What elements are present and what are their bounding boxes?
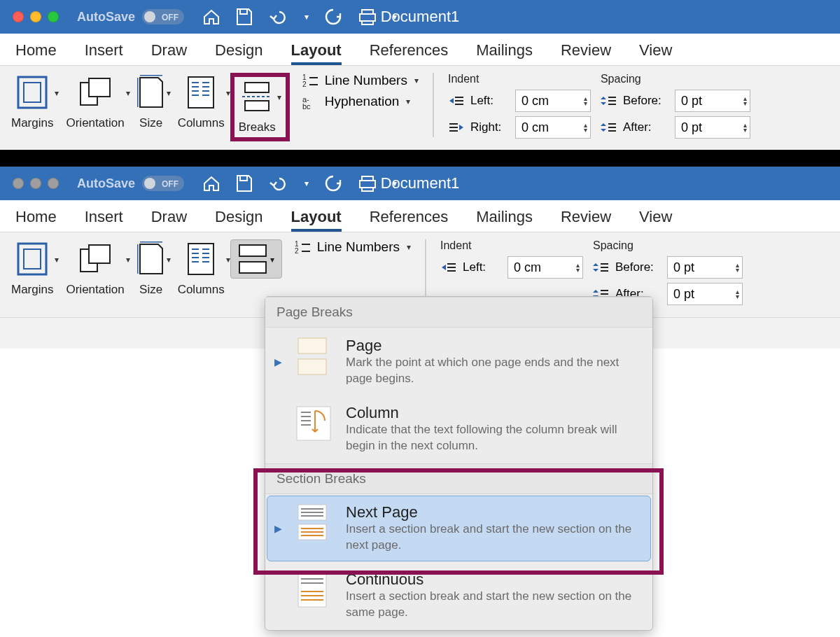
tab-layout[interactable]: Layout xyxy=(291,41,342,65)
spacing-before-input[interactable]: 0 pt▴▾ xyxy=(675,90,750,112)
tab-view[interactable]: View xyxy=(639,208,672,232)
tab-insert[interactable]: Insert xyxy=(85,208,123,232)
spinner-arrows-icon[interactable]: ▴▾ xyxy=(584,122,587,132)
chevron-down-icon[interactable]: ▾ xyxy=(277,92,281,102)
menu-item-title: Continuous xyxy=(346,570,642,589)
tab-mailings[interactable]: Mailings xyxy=(476,41,533,65)
menu-item-title: Column xyxy=(346,404,642,422)
tab-review[interactable]: Review xyxy=(561,208,611,232)
tab-review[interactable]: Review xyxy=(561,41,611,65)
spinner-arrows-icon[interactable]: ▴▾ xyxy=(743,122,747,132)
submenu-indicator-icon: ▶ xyxy=(274,523,281,534)
indent-left-icon xyxy=(440,262,456,273)
chevron-down-icon[interactable]: ▾ xyxy=(167,88,171,98)
tab-design[interactable]: Design xyxy=(215,208,262,232)
spacing-after-input[interactable]: 0 pt▴▾ xyxy=(667,283,743,305)
print-icon[interactable] xyxy=(358,175,377,192)
chevron-down-icon[interactable]: ▾ xyxy=(167,255,171,265)
save-icon[interactable] xyxy=(236,174,253,192)
spinner-arrows-icon[interactable]: ▴▾ xyxy=(584,96,587,106)
margins-button[interactable]: Margins xyxy=(11,239,53,297)
qat-customize-icon[interactable]: ▾ xyxy=(393,178,397,188)
autosave-toggle[interactable]: AutoSave OFF xyxy=(77,176,184,191)
spinner-arrows-icon[interactable]: ▴▾ xyxy=(576,262,580,272)
save-icon[interactable] xyxy=(236,8,253,26)
submenu-indicator-icon: ▶ xyxy=(274,356,281,368)
tab-home[interactable]: Home xyxy=(15,208,57,232)
menu-item-next-page[interactable]: ▶ Next Page Insert a section break and s… xyxy=(267,496,651,561)
home-icon[interactable] xyxy=(202,174,220,192)
titlebar: AutoSave OFF ▾ ▾ Document1 xyxy=(0,167,840,200)
orientation-button[interactable]: Orientation xyxy=(66,73,124,130)
spinner-arrows-icon[interactable]: ▴▾ xyxy=(736,262,739,272)
autosave-toggle[interactable]: AutoSave OFF xyxy=(77,9,184,24)
breaks-icon xyxy=(239,80,274,113)
redo-icon[interactable] xyxy=(324,174,342,192)
maximize-window-icon[interactable] xyxy=(48,11,59,22)
tab-layout[interactable]: Layout xyxy=(291,208,342,232)
autosave-label: AutoSave xyxy=(77,10,135,24)
menu-item-desc: Mark the point at which one page ends an… xyxy=(346,355,642,387)
svg-rect-4 xyxy=(188,77,214,108)
undo-dropdown-icon[interactable]: ▾ xyxy=(304,12,309,22)
svg-text:2: 2 xyxy=(302,80,307,88)
chevron-down-icon[interactable]: ▾ xyxy=(55,255,59,265)
tab-design[interactable]: Design xyxy=(215,41,262,65)
undo-icon[interactable] xyxy=(268,176,289,191)
size-button[interactable]: Size xyxy=(137,239,165,297)
menu-item-column[interactable]: Column Indicate that the text following … xyxy=(267,396,651,462)
chevron-down-icon[interactable]: ▾ xyxy=(55,88,59,98)
print-icon[interactable] xyxy=(358,8,377,25)
minimize-window-icon[interactable] xyxy=(30,11,41,22)
line-numbers-button[interactable]: 12 Line Numbers ▾ xyxy=(295,239,411,255)
columns-button[interactable]: Columns xyxy=(178,239,225,297)
traffic-lights[interactable] xyxy=(13,178,59,189)
spacing-title: Spacing xyxy=(601,73,750,85)
spinner-arrows-icon[interactable]: ▴▾ xyxy=(743,96,747,106)
undo-icon[interactable] xyxy=(268,9,289,24)
breaks-button[interactable]: ▾ xyxy=(230,239,282,279)
qat-customize-icon[interactable]: ▾ xyxy=(393,12,397,22)
orientation-button[interactable]: Orientation xyxy=(66,239,124,297)
svg-text:▾: ▾ xyxy=(270,255,274,265)
undo-dropdown-icon[interactable]: ▾ xyxy=(304,178,309,188)
home-icon[interactable] xyxy=(202,8,220,26)
close-window-icon[interactable] xyxy=(13,11,24,22)
spacing-after-input[interactable]: 0 pt▴▾ xyxy=(675,116,750,139)
tab-insert[interactable]: Insert xyxy=(85,41,123,65)
columns-button[interactable]: Columns xyxy=(178,73,225,130)
close-window-icon[interactable] xyxy=(13,178,24,189)
tab-mailings[interactable]: Mailings xyxy=(476,208,533,232)
ribbon-tabs: Home Insert Draw Design Layout Reference… xyxy=(0,200,840,232)
tab-view[interactable]: View xyxy=(639,41,672,65)
indent-right-icon xyxy=(448,122,463,133)
tab-references[interactable]: References xyxy=(370,208,449,232)
menu-item-page[interactable]: ▶ Page Mark the point at which one page … xyxy=(267,329,651,395)
indent-left-input[interactable]: 0 cm▴▾ xyxy=(515,90,591,112)
tab-references[interactable]: References xyxy=(370,41,449,65)
chevron-down-icon[interactable]: ▾ xyxy=(126,88,130,98)
indent-left-input[interactable]: 0 cm▴▾ xyxy=(507,256,583,279)
size-icon xyxy=(137,241,165,276)
spacing-before-input[interactable]: 0 pt▴▾ xyxy=(667,256,743,279)
redo-icon[interactable] xyxy=(324,8,342,26)
minimize-window-icon[interactable] xyxy=(30,178,41,189)
tab-draw[interactable]: Draw xyxy=(151,41,187,65)
size-button[interactable]: Size xyxy=(137,73,165,130)
traffic-lights[interactable] xyxy=(13,11,59,22)
maximize-window-icon[interactable] xyxy=(48,178,59,189)
columns-icon xyxy=(187,76,215,109)
tab-home[interactable]: Home xyxy=(15,41,57,65)
hyphenation-button[interactable]: a-bc Hyphenation ▾ xyxy=(302,94,419,109)
spinner-arrows-icon[interactable]: ▴▾ xyxy=(736,289,739,299)
autosave-switch-icon[interactable]: OFF xyxy=(142,176,184,191)
tab-draw[interactable]: Draw xyxy=(151,208,187,232)
breaks-button[interactable]: Breaks xyxy=(239,77,276,134)
autosave-label: AutoSave xyxy=(77,176,135,191)
margins-button[interactable]: Margins xyxy=(11,73,53,130)
line-numbers-button[interactable]: 12 Line Numbers ▾ xyxy=(302,73,419,88)
chevron-down-icon[interactable]: ▾ xyxy=(126,255,130,265)
autosave-switch-icon[interactable]: OFF xyxy=(142,9,184,24)
indent-right-input[interactable]: 0 cm▴▾ xyxy=(515,116,591,139)
menu-item-continuous[interactable]: Continuous Insert a section break and st… xyxy=(267,563,651,629)
